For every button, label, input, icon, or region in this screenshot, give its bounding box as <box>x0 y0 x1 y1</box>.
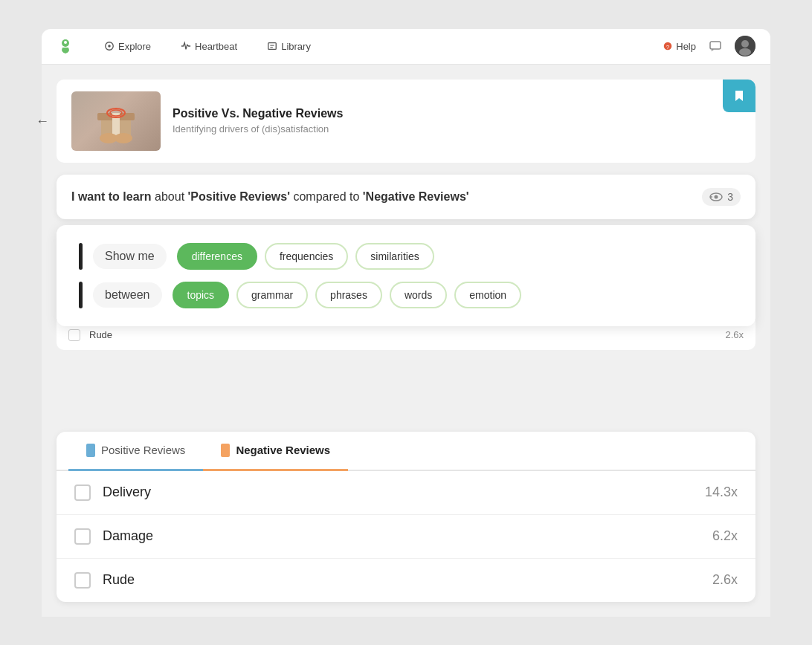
nav-help-btn[interactable]: ? Help <box>663 41 696 52</box>
bottom-row-1: Damage 6.2x <box>57 515 755 559</box>
svg-point-12 <box>739 48 751 56</box>
svg-point-11 <box>741 40 749 48</box>
bottom-checkbox-0[interactable] <box>74 484 91 501</box>
report-subtitle: Identifying drivers of (dis)satisfaction <box>173 123 741 134</box>
bottom-label-0: Delivery <box>103 484 693 500</box>
avatar-icon <box>735 36 755 56</box>
pill-similarities[interactable]: similarities <box>355 243 434 270</box>
svg-text:?: ? <box>666 44 670 51</box>
query-count-badge: 3 <box>702 188 741 206</box>
bottom-negative-label: Negative Reviews <box>236 444 330 456</box>
nav-chat-btn[interactable] <box>705 36 726 56</box>
view-count-icon <box>709 192 723 201</box>
nav-right-group: ? Help <box>663 36 755 56</box>
back-button[interactable]: ← <box>36 113 49 129</box>
nav-explore-label: Explore <box>118 41 151 52</box>
pill-emotion[interactable]: emotion <box>454 282 521 308</box>
library-icon <box>267 41 277 51</box>
bottom-tab-positive[interactable]: Positive Reviews <box>68 432 203 471</box>
bottom-value-2: 2.6x <box>712 572 738 588</box>
svg-rect-9 <box>710 42 721 49</box>
pill-differences[interactable]: differences <box>177 243 257 270</box>
chat-icon <box>709 40 721 52</box>
query-count-value: 3 <box>727 191 733 203</box>
show-me-row: Show me differences frequencies similari… <box>79 243 733 270</box>
bottom-label-1: Damage <box>103 528 700 544</box>
bottom-row-2: Rude 2.6x <box>57 559 755 602</box>
bottom-tabs-row: Positive Reviews Negative Reviews <box>57 432 755 471</box>
bottom-card: Positive Reviews Negative Reviews Delive… <box>57 432 755 602</box>
nav-heartbeat[interactable]: Heartbeat <box>173 36 245 56</box>
bookmark-icon <box>732 89 746 103</box>
svg-rect-4 <box>268 43 277 50</box>
pill-topics[interactable]: topics <box>173 282 230 308</box>
query-text: I want to learn about 'Positive Reviews'… <box>71 190 469 204</box>
bottom-positive-label: Positive Reviews <box>101 444 185 456</box>
bottom-checkbox-1[interactable] <box>74 528 91 545</box>
between-label: between <box>93 282 162 308</box>
nav-help-label: Help <box>676 41 696 52</box>
header-info: Positive Vs. Negative Reviews Identifyin… <box>173 107 741 134</box>
nav-heartbeat-label: Heartbeat <box>195 41 237 52</box>
between-bar <box>79 282 83 308</box>
between-row: between topics grammar phrases words emo… <box>79 282 733 308</box>
show-me-label: Show me <box>93 244 167 269</box>
pill-frequencies[interactable]: frequencies <box>265 243 348 270</box>
bottom-row-0: Delivery 14.3x <box>57 471 755 515</box>
between-pills: topics grammar phrases words emotion <box>173 282 522 308</box>
pill-grammar[interactable]: grammar <box>236 282 308 308</box>
nav-bar: Explore Heartbeat Library ? Help <box>42 29 770 65</box>
bottom-checkbox-2[interactable] <box>74 572 91 589</box>
nav-library[interactable]: Library <box>260 36 318 56</box>
header-card: Positive Vs. Negative Reviews Identifyin… <box>57 80 755 163</box>
bottom-negative-indicator <box>221 444 230 457</box>
explore-icon <box>104 41 115 51</box>
query-bar: I want to learn about 'Positive Reviews'… <box>57 175 755 219</box>
bottom-positive-indicator <box>86 444 95 457</box>
report-title: Positive Vs. Negative Reviews <box>173 107 741 120</box>
nav-avatar[interactable] <box>735 36 755 56</box>
bottom-tab-negative[interactable]: Negative Reviews <box>203 432 348 471</box>
gift-illustration <box>90 95 142 147</box>
bottom-value-1: 6.2x <box>712 528 738 544</box>
bottom-value-0: 14.3x <box>705 484 738 500</box>
help-icon: ? <box>663 41 673 51</box>
svg-point-21 <box>715 195 718 198</box>
show-me-pills: differences frequencies similarities <box>177 243 434 270</box>
content-area: ← <box>42 65 770 617</box>
heartbeat-icon <box>181 41 191 51</box>
show-me-bar <box>79 243 83 270</box>
app-logo[interactable] <box>57 37 74 55</box>
header-thumbnail <box>71 91 161 151</box>
svg-point-3 <box>108 45 111 48</box>
bottom-label-2: Rude <box>103 572 700 588</box>
pill-words[interactable]: words <box>390 282 447 308</box>
nav-explore[interactable]: Explore <box>97 36 158 56</box>
svg-point-1 <box>64 41 67 44</box>
nav-library-label: Library <box>281 41 311 52</box>
pill-phrases[interactable]: phrases <box>315 282 382 308</box>
svg-point-19 <box>115 133 132 143</box>
selector-panel: Show me differences frequencies similari… <box>57 225 755 326</box>
bookmark-button[interactable] <box>723 80 755 112</box>
